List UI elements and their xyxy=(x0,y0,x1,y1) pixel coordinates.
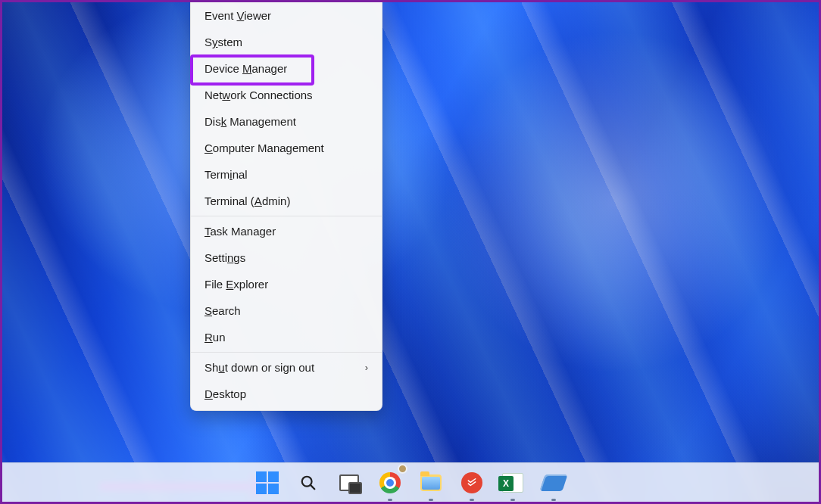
menu-item-label: Disk Management xyxy=(204,115,296,128)
winx-context-menu: Event ViewerSystemDevice ManagerNetwork … xyxy=(190,2,382,411)
menu-item-task-manager[interactable]: Task Manager xyxy=(191,218,382,244)
menu-item-label: Settings xyxy=(204,251,245,264)
profile-badge-icon xyxy=(398,464,407,474)
menu-item-label: Network Connections xyxy=(204,89,313,101)
task-view-icon xyxy=(339,474,359,491)
chrome-app[interactable] xyxy=(375,468,405,498)
menu-item-search[interactable]: Search xyxy=(191,297,382,324)
menu-item-label: Desktop xyxy=(204,387,246,400)
menu-item-label: Run xyxy=(204,331,226,344)
menu-item-label: Device Manager xyxy=(204,62,287,75)
menu-item-network-connections[interactable]: Network Connections xyxy=(191,82,382,108)
excel-icon xyxy=(502,473,523,493)
menu-separator xyxy=(191,216,382,216)
excel-app[interactable] xyxy=(498,468,528,498)
menu-item-disk-management[interactable]: Disk Management xyxy=(191,108,382,135)
menu-item-label: Shut down or sign out xyxy=(204,361,314,374)
menu-item-computer-management[interactable]: Computer Management xyxy=(191,135,382,161)
menu-item-system[interactable]: System xyxy=(191,29,382,55)
menu-item-file-explorer[interactable]: File Explorer xyxy=(191,271,382,297)
chrome-icon xyxy=(379,472,401,493)
menu-item-label: Terminal xyxy=(204,168,248,181)
menu-item-desktop[interactable]: Desktop xyxy=(191,381,382,407)
todoist-app[interactable] xyxy=(457,468,487,498)
menu-item-settings[interactable]: Settings xyxy=(191,244,382,271)
desktop-wallpaper xyxy=(2,2,819,502)
menu-item-shut-down-or-sign-out[interactable]: Shut down or sign out› xyxy=(191,354,382,381)
search-button[interactable] xyxy=(293,468,323,498)
folder-icon xyxy=(420,474,442,491)
menu-item-event-viewer[interactable]: Event Viewer xyxy=(191,2,382,29)
menu-item-terminal-admin-[interactable]: Terminal (Admin) xyxy=(191,188,382,214)
menu-item-label: Computer Management xyxy=(204,142,324,154)
run-icon xyxy=(539,474,567,491)
menu-item-terminal[interactable]: Terminal xyxy=(191,161,382,188)
chevron-right-icon: › xyxy=(365,362,368,373)
menu-item-label: Terminal (Admin) xyxy=(204,194,290,207)
taskbar xyxy=(2,462,819,502)
file-explorer-app[interactable] xyxy=(416,468,446,498)
menu-item-label: Task Manager xyxy=(204,225,276,238)
windows-logo-icon xyxy=(256,471,279,494)
task-view-button[interactable] xyxy=(334,468,364,498)
menu-item-label: Event Viewer xyxy=(204,9,271,22)
menu-item-run[interactable]: Run xyxy=(191,324,382,350)
todoist-icon xyxy=(461,472,482,493)
svg-line-1 xyxy=(311,484,314,488)
menu-item-label: File Explorer xyxy=(204,278,268,291)
menu-item-label: System xyxy=(204,36,242,48)
start-button[interactable] xyxy=(252,468,283,498)
search-icon xyxy=(300,474,317,491)
run-app[interactable] xyxy=(538,468,569,498)
menu-item-label: Search xyxy=(204,304,241,317)
menu-separator xyxy=(191,352,382,353)
menu-item-device-manager[interactable]: Device Manager xyxy=(191,55,382,82)
